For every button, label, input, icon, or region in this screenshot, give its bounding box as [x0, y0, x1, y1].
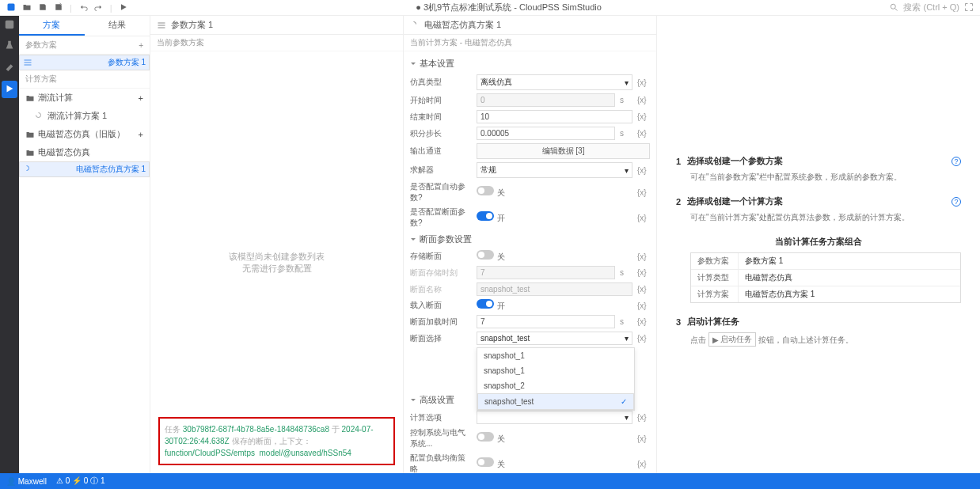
item-flow1[interactable]: 潮流计算方案 1 [19, 107, 150, 125]
step2-title: 选择或创建一个计算方案 [687, 195, 783, 207]
play-icon[interactable] [119, 2, 128, 13]
empty-msg2: 无需进行参数配置 [242, 263, 312, 275]
start-input [477, 93, 615, 107]
rail-home-icon[interactable] [4, 19, 15, 32]
step-input[interactable] [477, 127, 615, 140]
add-icon[interactable]: + [139, 93, 143, 103]
item-param1[interactable]: 参数方案 1 [19, 55, 150, 70]
help-icon[interactable]: ? [952, 197, 961, 207]
group-basic[interactable]: 基本设置 [410, 55, 650, 73]
step1-title: 选择或创建一个参数方案 [687, 155, 783, 167]
activity-rail [0, 16, 19, 473]
group-snap[interactable]: 断面参数设置 [410, 230, 650, 248]
snap-name-input [477, 282, 632, 296]
snap-select[interactable]: snapshot_test▾ [477, 332, 632, 345]
snap-option[interactable]: snapshot_2 [477, 378, 634, 393]
statusbar: 👤 Maxwell ⚠ 0 ⚡ 0 ⓘ 1 [0, 473, 980, 489]
tab-plan[interactable]: 方案 [19, 16, 85, 36]
page-title: ● 3机9节点标准测试系统 - CloudPSS SimStudio [128, 2, 890, 13]
snap-option[interactable]: snapshot_test✓ [477, 393, 634, 410]
sidebar: 方案 结果 参数方案+ 参数方案 1 计算方案 潮流计算+ 潮流计算方案 1 电… [19, 16, 150, 473]
add-icon[interactable]: + [139, 41, 143, 50]
combo-title: 当前计算任务方案组合 [676, 236, 961, 248]
fullscreen-icon[interactable] [964, 2, 974, 13]
calc-panel: 电磁暂态仿真方案 1 当前计算方案 - 电磁暂态仿真 基本设置 仿真类型离线仿真… [404, 16, 657, 473]
tab-result[interactable]: 结果 [85, 16, 150, 36]
status-stats[interactable]: ⚠ 0 ⚡ 0 ⓘ 1 [56, 476, 105, 487]
snap-option[interactable]: snapshot_1 [477, 363, 634, 378]
snap-dropdown: snapshot_1 snapshot_1 snapshot_2 snapsho… [477, 347, 635, 411]
param-panel: 参数方案 1 当前参数方案 该模型尚未创建参数列表 无需进行参数配置 任务 30… [150, 16, 404, 473]
titlebar: | | ● 3机9节点标准测试系统 - CloudPSS SimStudio 搜… [0, 0, 980, 16]
step1-desc: 可在"当前参数方案"栏中配置系统参数，形成新的参数方案。 [690, 172, 961, 183]
rail-flask-icon[interactable] [4, 40, 15, 52]
section-param: 参数方案+ [19, 36, 150, 55]
panel-title: 参数方案 1 [171, 19, 213, 31]
folder-icon[interactable] [22, 2, 32, 13]
task-info-box: 任务 30b798f2-687f-4b78-8a5e-184848736ca8 … [158, 417, 395, 465]
calc-opt-select[interactable]: ▾ [477, 411, 632, 424]
app-icon [6, 2, 16, 13]
svg-rect-0 [8, 3, 15, 10]
ctrl-sys-toggle[interactable] [477, 432, 494, 442]
folder-emt[interactable]: 电磁暂态仿真 [19, 143, 150, 161]
snap-option[interactable]: snapshot_1 [477, 348, 634, 363]
add-icon[interactable]: + [139, 130, 143, 139]
combo-table: 参数方案参数方案 1 计算类型电磁暂态仿真 计算方案电磁暂态仿真方案 1 [690, 252, 961, 303]
fx-icon[interactable]: {x} [637, 78, 650, 87]
sim-type-select[interactable]: 离线仿真▾ [477, 74, 632, 90]
snap-load-input[interactable] [477, 315, 615, 328]
panel-sub: 当前计算方案 - 电磁暂态仿真 [404, 35, 656, 51]
folder-emt-old[interactable]: 电磁暂态仿真（旧版）+ [19, 125, 150, 143]
end-input[interactable] [477, 110, 632, 123]
help-icon[interactable]: ? [952, 157, 961, 166]
load-comp-toggle[interactable] [477, 457, 494, 467]
auto-param-toggle[interactable] [477, 186, 494, 195]
user-badge[interactable]: 👤 Maxwell [6, 477, 47, 486]
save-icon[interactable] [38, 2, 47, 13]
check-icon: ✓ [621, 397, 627, 406]
panel-sub: 当前参数方案 [150, 35, 403, 51]
redo-icon[interactable] [94, 2, 104, 13]
label-sim-type: 仿真类型 [410, 77, 472, 88]
save-as-icon[interactable] [54, 2, 63, 13]
edit-output-button[interactable]: 编辑数据 [3] [477, 143, 650, 159]
solver-select[interactable]: 常规▾ [477, 162, 632, 178]
load-snap-toggle[interactable] [477, 299, 494, 309]
rail-run-icon[interactable] [2, 81, 17, 98]
help-panel: 1选择或创建一个参数方案? 可在"当前参数方案"栏中配置系统参数，形成新的参数方… [657, 16, 980, 473]
start-task-chip: ▶ 启动任务 [708, 332, 756, 347]
step2-desc: 可在"当前计算方案"处配置仿真算法参数，形成新的计算方案。 [690, 212, 961, 223]
svg-point-1 [891, 4, 896, 9]
step3-title: 启动计算任务 [687, 316, 739, 328]
panel-title: 电磁暂态仿真方案 1 [424, 19, 501, 31]
empty-msg1: 该模型尚未创建参数列表 [229, 251, 325, 263]
section-calc: 计算方案 [19, 70, 150, 89]
undo-icon[interactable] [78, 2, 88, 13]
save-snap-toggle[interactable] [477, 250, 494, 260]
snap-time-input [477, 266, 615, 279]
svg-rect-2 [6, 21, 14, 29]
item-emt1[interactable]: 电磁暂态仿真方案 1 [19, 161, 150, 177]
trip-param-toggle[interactable] [477, 211, 494, 221]
folder-flow[interactable]: 潮流计算+ [19, 89, 150, 107]
step3-desc: 点击 ▶ 启动任务 按钮，自动上述计算任务。 [690, 332, 961, 347]
rail-tools-icon[interactable] [4, 60, 15, 73]
search-icon[interactable] [889, 2, 898, 13]
search-hint[interactable]: 搜索 (Ctrl + Q) [903, 2, 959, 13]
